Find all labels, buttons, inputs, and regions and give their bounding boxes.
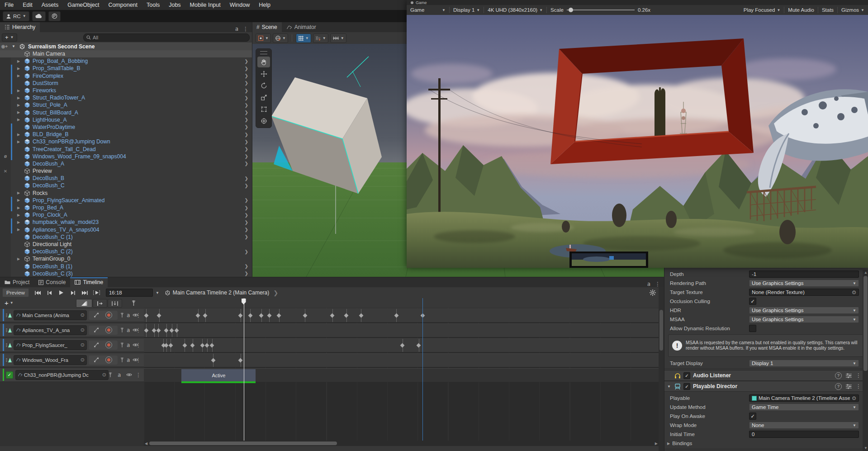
timeline-asset-breadcrumb[interactable]: Main Camera Timeline 2 (Main Camera) ❯: [165, 290, 278, 296]
prefab-open-chevron[interactable]: ❯: [245, 161, 248, 166]
replace-mode-button[interactable]: [108, 299, 122, 308]
checkbox-field[interactable]: ✓: [749, 413, 756, 420]
ripple-mode-button[interactable]: [93, 299, 107, 308]
object-picker-icon[interactable]: ⊙: [852, 289, 856, 295]
game-menu-dropdown[interactable]: Game▼: [407, 5, 449, 15]
panel-menu-icon[interactable]: ⋮: [243, 26, 248, 32]
object-picker-icon[interactable]: ⊙: [81, 327, 85, 333]
record-button[interactable]: [105, 312, 112, 318]
hierarchy-row[interactable]: ø ✕ ▶ DecoBush_C ❯: [0, 182, 252, 189]
tab-animator[interactable]: Animator: [282, 22, 321, 32]
grid-visibility-button[interactable]: ▼: [296, 33, 311, 43]
menu-item[interactable]: Tools: [142, 0, 164, 10]
timeline-track-content[interactable]: [144, 353, 659, 367]
prefab-open-chevron[interactable]: ❯: [245, 198, 248, 203]
hierarchy-row[interactable]: ø ✕ ▶ DustStorm ❯: [0, 80, 252, 87]
hierarchy-row[interactable]: ø ✕ ▶ Fireworks ❯: [0, 87, 252, 94]
keyframe-diamond[interactable]: [177, 324, 177, 337]
foldout-arrow-icon[interactable]: ▶: [17, 257, 20, 261]
lock-icon[interactable]: a: [127, 342, 130, 348]
hierarchy-row[interactable]: ø ✕ ▶ Struct_Pole_A ❯: [0, 101, 252, 109]
hierarchy-row[interactable]: ø ✕ ▶ LightHouse_A ❯: [0, 116, 252, 123]
next-frame-button[interactable]: [68, 289, 79, 297]
create-object-button[interactable]: + ▼: [2, 33, 17, 42]
prefab-open-chevron[interactable]: ❯: [245, 103, 248, 108]
hierarchy-row[interactable]: ø ✕ ▶ DecoBush_C (1) ❯: [0, 233, 252, 241]
pin-icon[interactable]: [120, 328, 124, 332]
component-menu-icon[interactable]: ⋮: [856, 383, 861, 389]
timeline-track-content[interactable]: [144, 309, 659, 323]
foldout-arrow-icon[interactable]: ▶: [17, 206, 20, 210]
game-3d-viewport[interactable]: [407, 15, 868, 268]
hierarchy-row[interactable]: ø ✕ ▶ Apliances_TV_A_snaps004 ❯: [0, 226, 252, 233]
keyframe-diamond[interactable]: [241, 354, 241, 367]
hierarchy-row[interactable]: ø ✕ ▶ Rocks ❯: [0, 190, 252, 197]
foldout-arrow-icon[interactable]: ▶: [17, 89, 20, 93]
lock-icon[interactable]: a: [127, 357, 130, 363]
game-window-titlebar[interactable]: Game: [407, 0, 868, 5]
lock-icon[interactable]: a: [127, 327, 130, 333]
scroll-left-icon[interactable]: ◀: [145, 442, 147, 446]
hierarchy-row[interactable]: ø ✕ ▶ Struct_BillBoard_A ❯: [0, 109, 252, 116]
timecode-field[interactable]: 16:18: [106, 289, 153, 297]
foldout-arrow-icon[interactable]: ▼: [667, 385, 672, 389]
hierarchy-row[interactable]: ø ✕ ▶ Windows_Wood_Frame_09_snaps004 ❯: [0, 153, 252, 160]
hierarchy-row[interactable]: ø ✕ ▶ BLD_Bridge_B ❯: [0, 131, 252, 138]
track-menu-icon[interactable]: ⋮: [136, 327, 141, 333]
tab-console[interactable]: Console: [34, 277, 70, 287]
foldout-arrow-icon[interactable]: ▶: [17, 59, 20, 63]
hscroll-thumb[interactable]: [149, 442, 337, 445]
rect-tool-button[interactable]: [257, 104, 270, 114]
keyframe-diamond[interactable]: [159, 309, 160, 322]
component-menu-icon[interactable]: ⋮: [856, 372, 861, 379]
object-picker-icon[interactable]: ⊙: [102, 372, 106, 378]
pin-icon[interactable]: [120, 357, 124, 362]
record-button[interactable]: [105, 327, 112, 333]
pin-icon[interactable]: [120, 342, 124, 347]
grid-snapping-button[interactable]: ▼: [313, 33, 328, 43]
prefab-open-chevron[interactable]: ❯: [245, 220, 248, 225]
timeline-clip[interactable]: Active: [181, 369, 256, 383]
keyframe-diamond[interactable]: [205, 309, 206, 322]
prefab-open-chevron[interactable]: ❯: [245, 213, 248, 218]
hierarchy-row[interactable]: ø ✕ ▶ Struct_RadioTower_A ❯: [0, 94, 252, 101]
hierarchy-row[interactable]: ø ✕ ▶ DecoBush_B ❯: [0, 175, 252, 182]
hierarchy-row[interactable]: ø ✕ ▶ Prop_Boat_A_Bobbing ❯: [0, 57, 252, 65]
go-to-start-button[interactable]: [33, 289, 43, 297]
timeline-track-header[interactable]: ✓ Prop_FlyingSaucer_ ⊙ a: [0, 338, 144, 351]
pick-off-icon[interactable]: ✕: [1, 169, 10, 174]
prefab-open-chevron[interactable]: ❯: [245, 139, 248, 144]
timeline-track-header[interactable]: ✓ Ch33_nonPBR@Jumping Dc ⊙ a: [0, 368, 144, 381]
prefab-open-chevron[interactable]: ❯: [245, 264, 248, 269]
track-binding-field[interactable]: Prop_FlyingSaucer_ ⊙: [14, 340, 87, 350]
timeline-hscrollbar[interactable]: ◀ ▶: [144, 441, 659, 446]
dropdown-field[interactable]: Use Graphics Settings▼: [749, 280, 859, 287]
menu-item[interactable]: Window: [225, 0, 254, 10]
rotate-tool-button[interactable]: [257, 80, 270, 91]
hierarchy-row[interactable]: ø ✕ ▶ DecoBush_B (1) ❯: [0, 262, 252, 270]
menu-item[interactable]: Component: [104, 0, 142, 10]
keyframe-diamond[interactable]: [207, 339, 208, 352]
keyframe-diamond[interactable]: [146, 324, 147, 337]
bindings-foldout[interactable]: ▶ Bindings: [664, 439, 868, 448]
foldout-arrow-icon[interactable]: ▼: [12, 44, 15, 48]
resolution-dropdown[interactable]: 4K UHD (3840x2160)▼: [484, 5, 546, 15]
tab-hierarchy[interactable]: Hierarchy: [0, 22, 40, 32]
menu-item[interactable]: Help: [254, 0, 275, 10]
lock-icon[interactable]: a: [118, 372, 121, 378]
hierarchy-row[interactable]: ø ✕ ▶ FireComplex ❯: [0, 72, 252, 80]
overlay-drag-handle[interactable]: [260, 51, 267, 54]
menu-item[interactable]: Assets: [37, 0, 63, 10]
timeline-track-header[interactable]: ✓ Windows_Wood_Fra ⊙ a: [0, 353, 144, 366]
hierarchy-row[interactable]: ø ✕ ▶ Ch33_nonPBR@Jumping Down ❯: [0, 138, 252, 145]
hierarchy-row[interactable]: ø ✕ ▶ TreeCreator_Tall_C_Dead ❯: [0, 145, 252, 152]
prefab-open-chevron[interactable]: ❯: [245, 81, 248, 85]
play-focused-dropdown[interactable]: Play Focused▼: [740, 5, 784, 15]
hierarchy-row[interactable]: ø ✕ ▶ Preview ❯: [0, 167, 252, 175]
search-input[interactable]: All: [83, 33, 250, 42]
menu-item[interactable]: File: [0, 0, 18, 10]
eye-icon[interactable]: [126, 373, 132, 377]
marker-pin-toggle[interactable]: [128, 299, 138, 307]
prefab-open-chevron[interactable]: ❯: [245, 205, 248, 210]
keyframe-diamond[interactable]: [213, 354, 213, 367]
